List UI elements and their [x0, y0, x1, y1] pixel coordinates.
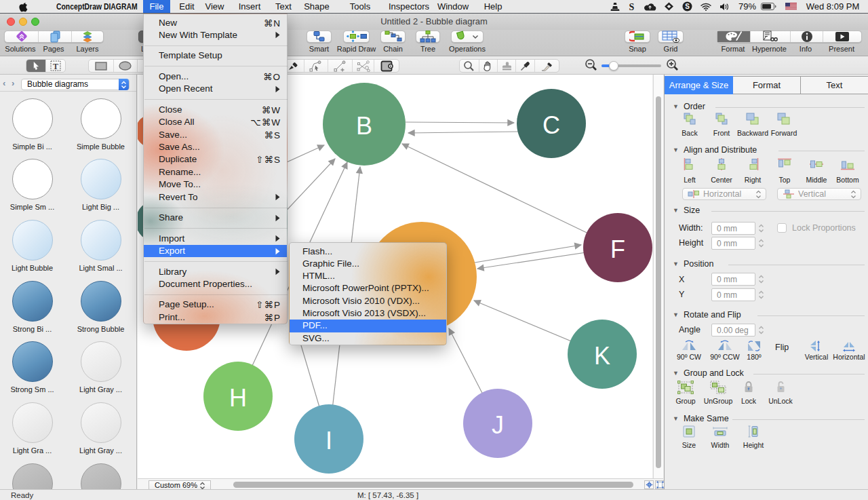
section-header-make-same[interactable]: ▼Make Same [673, 414, 729, 423]
shape-thumb-2[interactable] [12, 159, 53, 199]
distribute-vertical-select[interactable]: Vertical [777, 188, 861, 200]
makesame-size-icon[interactable] [682, 425, 696, 441]
export-item-microsoft-visio-2010-vdx[interactable]: Microsoft Visio 2010 (VDX)... [290, 295, 446, 307]
zoom-in-button[interactable] [666, 58, 679, 71]
menu-item-close-all[interactable]: Close All⌥⌘W [144, 116, 287, 128]
fit-page-button[interactable] [655, 480, 665, 489]
menubar-item-inspectors[interactable]: Inspectors [380, 0, 438, 13]
shape-thumb-9[interactable] [81, 341, 121, 382]
us-flag-icon[interactable] [783, 0, 798, 13]
toolbar-button-solutions[interactable] [5, 31, 38, 42]
order-forward-icon[interactable] [776, 112, 792, 128]
battery-percent[interactable]: 79% [735, 0, 760, 13]
connector-0[interactable] [406, 122, 514, 123]
shape-thumb-12[interactable] [12, 463, 53, 489]
makesame-height-icon[interactable] [747, 425, 760, 441]
tool-ellipse[interactable] [113, 60, 138, 72]
menubar-item-tools[interactable]: Tools [342, 0, 378, 13]
shape-thumb-10[interactable] [12, 402, 53, 443]
align-bottom-icon[interactable] [840, 157, 855, 174]
section-header-order[interactable]: ▼Order [673, 102, 705, 111]
vertical-scrollbar[interactable] [653, 75, 663, 478]
align-top-icon[interactable] [777, 157, 792, 174]
menubar-item-shape[interactable]: Shape [298, 0, 335, 13]
skype-icon[interactable]: S [679, 0, 694, 13]
sidebar-back-button[interactable]: ‹ [3, 78, 5, 88]
order-back-icon[interactable] [682, 112, 697, 128]
tool-rectangle[interactable] [89, 60, 113, 72]
shape-thumb-3[interactable] [81, 159, 121, 199]
menubar-item-text[interactable]: Text [269, 0, 298, 13]
align-middle-icon[interactable] [809, 157, 824, 174]
toolbar-button-chain[interactable] [380, 31, 406, 43]
height-input[interactable]: 0 mm [711, 237, 755, 250]
shape-thumb-6[interactable] [12, 281, 53, 322]
section-header-position[interactable]: ▼Position [673, 259, 713, 269]
library-select[interactable]: Bubble diagrams [21, 79, 130, 90]
toolbar-button-present[interactable] [823, 31, 861, 42]
menu-item-page-setup[interactable]: Page Setup...⇧⌘P [144, 299, 287, 311]
export-item-pdf[interactable]: PDF... [290, 320, 446, 332]
volume-icon[interactable] [717, 0, 732, 13]
toolbar-button-pages[interactable] [38, 31, 71, 42]
grouplock-unlock-icon[interactable] [774, 381, 787, 397]
menubar-item-insert[interactable]: Insert [231, 0, 268, 13]
order-front-icon[interactable] [714, 112, 729, 128]
menu-item-new-with-template[interactable]: New With Template [144, 29, 287, 41]
tool-format-brush[interactable] [534, 60, 559, 72]
order-backward-icon[interactable] [745, 112, 761, 128]
export-item-microsoft-visio-2013-vsdx[interactable]: Microsoft Visio 2013 (VSDX)... [290, 307, 446, 320]
angle-stepper[interactable] [757, 324, 766, 336]
vlc-cone-icon[interactable] [608, 0, 622, 13]
shape-thumb-1[interactable] [81, 98, 121, 139]
tool-zoom-magnifier[interactable] [460, 60, 479, 72]
menu-item-save-as[interactable]: Save As... [144, 141, 287, 153]
menubar-item-file[interactable]: File [143, 0, 170, 13]
menu-item-move-to[interactable]: Move To... [144, 178, 287, 191]
menu-item-revert-to[interactable]: Revert To [144, 191, 287, 204]
section-header-rotate-and-flip[interactable]: ▼Rotate and Flip [673, 310, 741, 320]
menu-item-new[interactable]: New⌘N [144, 17, 287, 29]
menu-item-duplicate[interactable]: Duplicate⇧⌘S [144, 153, 287, 166]
menu-item-open-recent[interactable]: Open Recent [144, 83, 287, 95]
toolbar-button-smart[interactable] [307, 31, 332, 43]
apple-menu[interactable] [14, 0, 32, 13]
toolbar-button-info[interactable] [790, 31, 823, 42]
makesame-width-icon[interactable] [712, 425, 728, 440]
menu-item-library[interactable]: Library [144, 266, 287, 278]
tool-pan-hand[interactable] [479, 60, 498, 72]
position-x-stepper[interactable] [757, 273, 766, 286]
tool-node-select[interactable] [304, 60, 328, 72]
width-stepper[interactable] [757, 222, 766, 235]
height-stepper[interactable] [757, 237, 766, 250]
connector-1[interactable] [408, 132, 518, 133]
menu-item-open[interactable]: Open...⌘O [144, 71, 287, 83]
vertical-scrollbar-thumb[interactable] [656, 96, 661, 468]
distribute-horizontal-select[interactable]: Horizontal [682, 188, 766, 200]
tool-stamp[interactable] [497, 60, 515, 72]
toolbar-button-grid[interactable] [658, 31, 684, 43]
width-input[interactable]: 0 mm [711, 222, 755, 235]
connector-3[interactable] [475, 245, 581, 263]
menubar-clock[interactable]: Wed 8:09 PM [803, 0, 863, 13]
lock-proportions-checkbox[interactable] [777, 223, 787, 233]
tool-text[interactable]: T [45, 60, 65, 72]
menu-item-import[interactable]: Import [144, 233, 287, 245]
zoom-slider-knob[interactable] [609, 61, 618, 71]
inspector-tab-text[interactable]: Text [801, 76, 868, 94]
export-item-flash[interactable]: Flash... [290, 246, 446, 258]
menu-item-save[interactable]: Save...⌘S [144, 129, 287, 141]
export-item-microsoft-powerpoint-pptx[interactable]: Microsoft PowerPoint (PPTX)... [290, 282, 446, 294]
menu-item-share[interactable]: Share [144, 212, 287, 224]
wifi-icon[interactable] [698, 0, 713, 13]
menu-item-export[interactable]: Export [144, 245, 287, 257]
shape-thumb-4[interactable] [12, 220, 53, 261]
grouplock-ungroup-icon[interactable] [710, 381, 726, 397]
export-item-svg[interactable]: SVG... [290, 332, 446, 345]
menu-item-print[interactable]: Print...⌘P [144, 311, 287, 324]
position-y-stepper[interactable] [757, 288, 766, 301]
grouplock-lock-icon[interactable] [743, 381, 754, 397]
battery-icon[interactable] [760, 0, 777, 13]
export-item-html[interactable]: HTML... [290, 270, 446, 282]
menubar-item-window[interactable]: Window [435, 0, 471, 13]
